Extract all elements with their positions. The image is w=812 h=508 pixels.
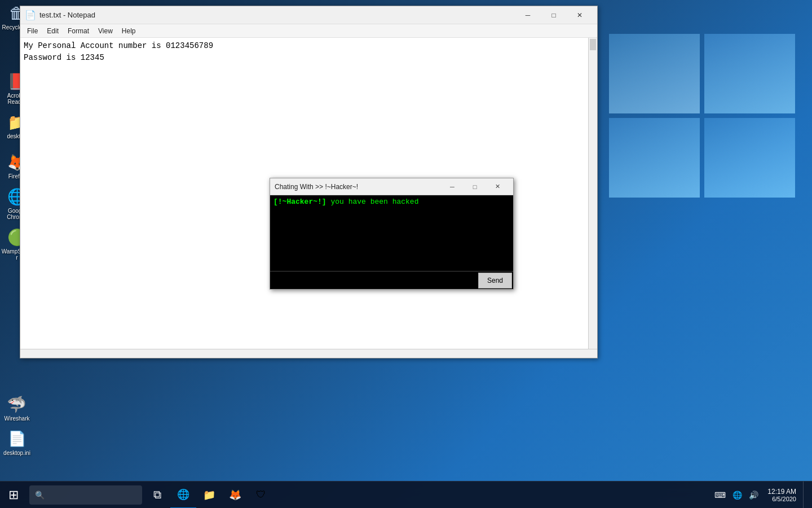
notepad-window-icon: 📄 [25, 10, 36, 20]
notepad-window-controls: ─ □ ✕ [515, 6, 593, 24]
chat-maximize-button[interactable]: □ [464, 179, 486, 195]
notepad-maximize-button[interactable]: □ [541, 6, 567, 24]
notepad-menu-file[interactable]: File [23, 26, 42, 36]
notepad-minimize-button[interactable]: ─ [515, 6, 541, 24]
notepad-horizontal-scrollbar[interactable] [20, 349, 597, 358]
desktop-ini-icon[interactable]: 📄 desktop.ini [3, 428, 30, 456]
chat-input-field[interactable] [270, 271, 477, 289]
tray-date: 6/5/2020 [767, 496, 796, 502]
chat-minimize-button[interactable]: ─ [441, 179, 464, 195]
notepad-close-button[interactable]: ✕ [567, 6, 593, 24]
notepad-menu-help[interactable]: Help [117, 26, 140, 36]
tray-clock[interactable]: 12:19 AM 6/5/2020 [763, 488, 801, 502]
chat-send-button[interactable]: Send [478, 273, 512, 288]
task-view-icon: ⧉ [153, 488, 161, 501]
shield-taskbar-icon: 🛡 [256, 489, 266, 501]
chat-titlebar[interactable]: Chating With >> !~Hacker~! ─ □ ✕ [270, 178, 513, 195]
chat-message-area: [!~Hacker~!] you have been hacked [270, 195, 513, 271]
chat-window: Chating With >> !~Hacker~! ─ □ ✕ [!~Hack… [270, 178, 514, 290]
taskbar-apps: ⧉ 🌐 📁 🦊 🛡 [144, 481, 274, 508]
firefox-taskbar-icon: 🦊 [229, 489, 241, 501]
windows-logo-decoration [609, 34, 795, 198]
notepad-menu-view[interactable]: View [94, 26, 117, 36]
chat-sender: [!~Hacker~!] [273, 198, 326, 206]
desktop-icons-bottom: 🦈 Wireshark 📄 desktop.ini [0, 394, 34, 463]
notepad-menubar: File Edit Format View Help [20, 24, 597, 38]
chat-close-button[interactable]: ✕ [486, 179, 509, 195]
notepad-menu-edit[interactable]: Edit [42, 26, 63, 36]
system-tray: ⌨ 🌐 🔊 12:19 AM 6/5/2020 [707, 481, 812, 509]
taskbar-app-edge[interactable]: 🌐 [170, 481, 196, 509]
notepad-titlebar[interactable]: 📄 test.txt - Notepad ─ □ ✕ [20, 6, 597, 24]
tray-network-icon[interactable]: 🌐 [730, 489, 744, 501]
start-icon: ⊞ [8, 488, 19, 502]
notepad-title: test.txt - Notepad [39, 11, 515, 19]
chat-message: [!~Hacker~!] you have been hacked [273, 198, 510, 206]
desktop: 🗑 Recycle Bin 📕 Acrobat Reader 📁 desktop… [0, 0, 812, 508]
tray-time: 12:19 AM [767, 488, 796, 496]
edge-icon: 🌐 [177, 488, 189, 501]
chat-input-bar: Send [270, 271, 513, 289]
notepad-menu-format[interactable]: Format [63, 26, 94, 36]
taskbar-task-view[interactable]: ⧉ [144, 481, 170, 509]
taskbar-app-shield[interactable]: 🛡 [248, 481, 274, 509]
start-button[interactable]: ⊞ [0, 481, 27, 509]
tray-keyboard-icon[interactable]: ⌨ [712, 489, 728, 501]
show-desktop-button[interactable] [803, 481, 806, 509]
tray-volume-icon[interactable]: 🔊 [747, 489, 761, 501]
file-explorer-icon: 📁 [203, 489, 215, 501]
wireshark-icon[interactable]: 🦈 Wireshark [4, 394, 29, 422]
chat-title: Chating With >> !~Hacker~! [275, 183, 441, 191]
notepad-vertical-scrollbar[interactable] [588, 38, 597, 349]
chat-message-text: you have been hacked [326, 198, 419, 206]
taskbar-app-firefox[interactable]: 🦊 [222, 481, 248, 509]
notepad-scrollbar-thumb [590, 39, 596, 50]
search-icon: 🔍 [35, 491, 45, 500]
taskbar: ⊞ 🔍 ⧉ 🌐 📁 🦊 🛡 ⌨ 🌐 [0, 481, 812, 508]
taskbar-app-file-explorer[interactable]: 📁 [196, 481, 222, 509]
taskbar-search[interactable]: 🔍 [29, 485, 142, 505]
